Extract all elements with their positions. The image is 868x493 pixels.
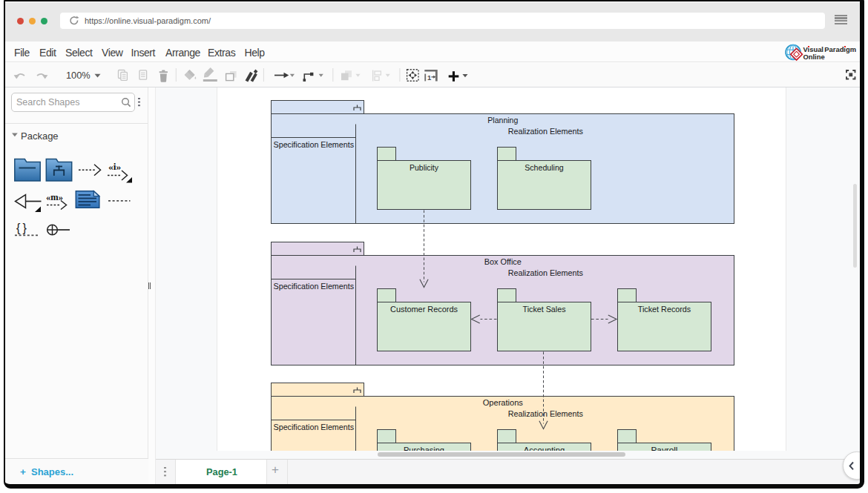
svg-text:Box Office: Box Office	[484, 257, 522, 266]
svg-text:«i»: «i»	[108, 161, 122, 172]
svg-text:{ }: { }	[16, 222, 27, 234]
svg-text:Specification Elements: Specification Elements	[274, 423, 355, 431]
svg-text:Realization Elements: Realization Elements	[508, 409, 584, 418]
svg-text:Purchasing: Purchasing	[404, 446, 444, 450]
svg-text:Ticket Records: Ticket Records	[638, 305, 691, 314]
svg-text:«m»: «m»	[46, 192, 63, 202]
svg-text:Specification Elements: Specification Elements	[274, 140, 355, 149]
svg-text:Customer Records: Customer Records	[390, 305, 458, 314]
svg-text:Realization Elements: Realization Elements	[508, 268, 584, 277]
svg-text:100%: 100%	[66, 70, 91, 81]
svg-text:Operations: Operations	[483, 398, 523, 407]
svg-text:Specification Elements: Specification Elements	[274, 282, 355, 291]
svg-text:Payroll: Payroll	[651, 446, 678, 450]
svg-text:Publicity: Publicity	[410, 163, 438, 172]
svg-text:Scheduling: Scheduling	[525, 163, 564, 172]
svg-text:Planning: Planning	[487, 116, 518, 125]
svg-text:Accounting: Accounting	[524, 446, 565, 450]
svg-text:Realization Elements: Realization Elements	[508, 127, 584, 136]
svg-text:Ticket Sales: Ticket Sales	[523, 305, 566, 314]
svg-text:1: 1	[427, 73, 432, 82]
